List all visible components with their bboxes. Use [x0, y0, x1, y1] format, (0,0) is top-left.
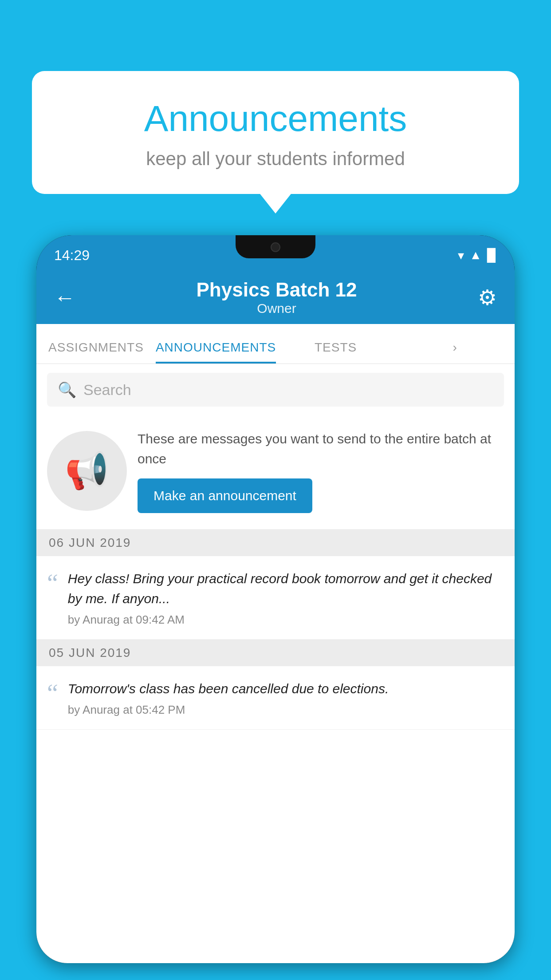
date-separator-1: 06 JUN 2019: [36, 530, 515, 556]
speech-bubble-subtitle: keep all your students informed: [54, 148, 497, 170]
announcement-body-2: Tomorrow's class has been cancelled due …: [68, 679, 504, 717]
phone-camera: [271, 242, 280, 252]
tabs-bar: ASSIGNMENTS ANNOUNCEMENTS TESTS ›: [36, 324, 515, 364]
announcement-item-1[interactable]: “ Hey class! Bring your practical record…: [36, 556, 515, 640]
search-icon: 🔍: [58, 381, 76, 399]
speech-bubble-container: Announcements keep all your students inf…: [32, 71, 519, 194]
announcement-promo: 📢 These are messages you want to send to…: [36, 415, 515, 530]
wifi-icon: ▾: [458, 248, 464, 263]
announcement-item-2[interactable]: “ Tomorrow's class has been cancelled du…: [36, 666, 515, 730]
status-icons: ▾ ▲ ▉: [458, 244, 497, 263]
app-header: ← Physics Batch 12 Owner ⚙: [36, 271, 515, 324]
settings-icon[interactable]: ⚙: [478, 285, 497, 310]
phone: 14:29 ▾ ▲ ▉ ← Physics Batch 12 Owner ⚙ A…: [36, 235, 515, 963]
quote-icon-1: “: [47, 570, 58, 595]
battery-icon: ▉: [487, 248, 497, 263]
phone-notch: [236, 235, 315, 258]
announcement-meta-2: by Anurag at 05:42 PM: [68, 703, 504, 717]
tab-tests[interactable]: TESTS: [276, 340, 395, 364]
search-bar-wrapper: 🔍 Search: [36, 364, 515, 415]
speech-bubble-title: Announcements: [54, 98, 497, 139]
header-center: Physics Batch 12 Owner: [197, 279, 357, 316]
tab-assignments[interactable]: ASSIGNMENTS: [36, 340, 156, 364]
search-input[interactable]: Search: [83, 381, 131, 399]
make-announcement-button[interactable]: Make an announcement: [138, 478, 312, 513]
batch-title: Physics Batch 12: [197, 279, 357, 301]
status-time: 14:29: [54, 243, 90, 264]
speech-bubble: Announcements keep all your students inf…: [32, 71, 519, 194]
tab-more[interactable]: ›: [395, 340, 515, 364]
signal-icon: ▲: [469, 248, 482, 262]
date-separator-2: 05 JUN 2019: [36, 640, 515, 666]
announcement-meta-1: by Anurag at 09:42 AM: [68, 613, 504, 627]
megaphone-icon: 📢: [65, 450, 109, 492]
search-bar[interactable]: 🔍 Search: [47, 373, 504, 407]
announcement-promo-description: These are messages you want to send to t…: [138, 429, 504, 469]
announcement-icon-circle: 📢: [47, 431, 127, 511]
phone-container: 14:29 ▾ ▲ ▉ ← Physics Batch 12 Owner ⚙ A…: [36, 235, 515, 980]
user-role: Owner: [197, 301, 357, 316]
announcement-promo-right: These are messages you want to send to t…: [138, 429, 504, 513]
quote-icon-2: “: [47, 680, 58, 705]
announcement-body-1: Hey class! Bring your practical record b…: [68, 569, 504, 627]
back-button[interactable]: ←: [54, 285, 75, 310]
announcement-message-2: Tomorrow's class has been cancelled due …: [68, 679, 504, 699]
tab-announcements[interactable]: ANNOUNCEMENTS: [156, 340, 276, 364]
phone-content: 🔍 Search 📢 These are messages you want t…: [36, 364, 515, 963]
announcement-message-1: Hey class! Bring your practical record b…: [68, 569, 504, 609]
